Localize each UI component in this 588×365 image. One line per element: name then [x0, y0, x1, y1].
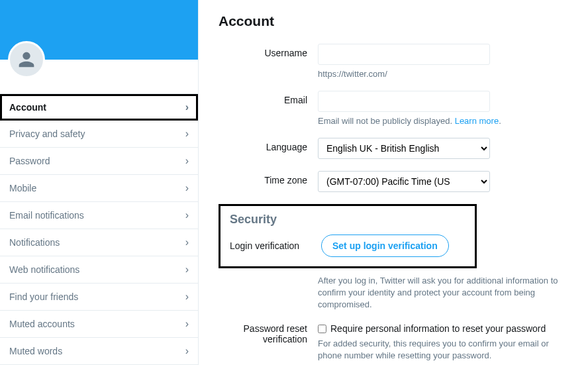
sidebar-item-label: Muted accounts [9, 319, 75, 329]
page-title: Account [219, 13, 568, 29]
sidebar-item-label: Email notifications [9, 210, 84, 221]
chevron-right-icon: › [185, 101, 189, 113]
security-highlight-box: Security Login verification Set up login… [219, 204, 477, 268]
username-row: Username https://twitter.com/ [219, 44, 568, 79]
sidebar-item-muted-accounts[interactable]: Muted accounts › [0, 311, 198, 338]
sidebar-nav: Account › Privacy and safety › Password … [0, 94, 198, 365]
sidebar-item-notifications[interactable]: Notifications › [0, 229, 198, 256]
person-icon [15, 48, 38, 71]
username-label: Username [219, 44, 318, 58]
sidebar-item-password[interactable]: Password › [0, 148, 198, 175]
timezone-row: Time zone (GMT-07:00) Pacific Time (US [219, 171, 568, 192]
sidebar-item-find-your-friends[interactable]: Find your friends › [0, 284, 198, 311]
chevron-right-icon: › [185, 236, 189, 248]
language-select[interactable]: English UK - British English [318, 138, 490, 159]
sidebar-item-privacy-safety[interactable]: Privacy and safety › [0, 121, 198, 148]
chevron-right-icon: › [185, 291, 189, 303]
chevron-right-icon: › [185, 345, 189, 357]
setup-login-verification-button[interactable]: Set up login verification [321, 235, 449, 257]
sidebar-item-label: Account [9, 102, 46, 113]
chevron-right-icon: › [185, 128, 189, 140]
sidebar-item-label: Web notifications [9, 264, 79, 275]
sidebar-item-mobile[interactable]: Mobile › [0, 175, 198, 202]
sidebar-item-label: Find your friends [9, 291, 78, 302]
avatar[interactable] [8, 41, 45, 78]
profile-banner [0, 0, 198, 60]
sidebar-item-label: Notifications [9, 237, 60, 248]
chevron-right-icon: › [185, 318, 189, 330]
chevron-right-icon: › [185, 155, 189, 167]
sidebar-item-web-notifications[interactable]: Web notifications › [0, 256, 198, 284]
email-label: Email [219, 91, 318, 105]
sidebar-item-label: Mobile [9, 183, 36, 193]
sidebar-item-label: Privacy and safety [9, 129, 85, 139]
chevron-right-icon: › [185, 209, 189, 221]
sidebar-item-label: Password [9, 156, 50, 166]
login-verification-helper: After you log in, Twitter will ask you f… [318, 275, 568, 311]
sidebar-item-muted-words[interactable]: Muted words › [0, 338, 198, 365]
email-helper: Email will not be publicly displayed. Le… [318, 116, 568, 126]
language-row: Language English UK - British English [219, 138, 568, 159]
main-content: Account Username https://twitter.com/ Em… [199, 0, 588, 365]
language-label: Language [219, 138, 318, 152]
timezone-label: Time zone [219, 171, 318, 185]
password-reset-helper: For added security, this requires you to… [318, 338, 568, 362]
password-reset-label: Password reset verification [219, 323, 318, 344]
email-helper-text: Email will not be publicly displayed. [318, 116, 455, 126]
sidebar-item-account[interactable]: Account › [0, 94, 198, 121]
username-helper: https://twitter.com/ [318, 69, 568, 79]
password-reset-checkbox[interactable] [318, 325, 326, 333]
password-reset-checkbox-label: Require personal information to reset yo… [330, 323, 546, 334]
timezone-select[interactable]: (GMT-07:00) Pacific Time (US [318, 171, 490, 192]
login-verification-row: Login verification Set up login verifica… [230, 235, 466, 257]
login-verification-label: Login verification [230, 240, 309, 251]
sidebar-item-email-notifications[interactable]: Email notifications › [0, 202, 198, 229]
chevron-right-icon: › [185, 182, 189, 194]
security-title: Security [230, 213, 466, 227]
email-input[interactable] [318, 91, 490, 112]
learn-more-link[interactable]: Learn more [455, 116, 499, 126]
email-row: Email Email will not be publicly display… [219, 91, 568, 126]
sidebar: Account › Privacy and safety › Password … [0, 0, 199, 365]
chevron-right-icon: › [185, 264, 189, 276]
password-reset-row: Password reset verification Require pers… [219, 323, 568, 362]
username-input[interactable] [318, 44, 490, 65]
sidebar-item-label: Muted words [9, 346, 62, 356]
